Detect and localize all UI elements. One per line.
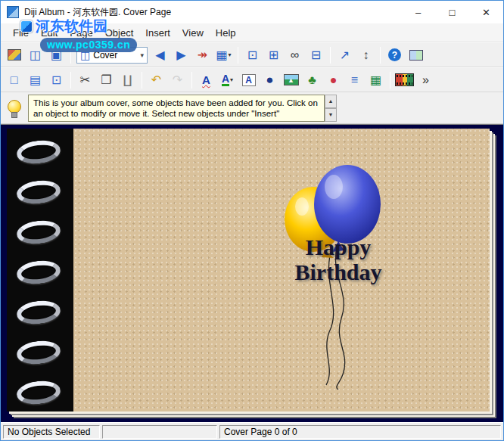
app-window: Diji Album - 河东软件园. Cover Page – □ ✕ 河东软… — [0, 0, 504, 441]
chevron-down-icon: ▾ — [230, 76, 233, 83]
album-preview-button[interactable]: ▣ — [46, 45, 67, 65]
zoom-slider-icon: ↕ — [363, 49, 369, 61]
page-sorter-button[interactable]: ▦▾ — [213, 45, 234, 65]
split-view-icon — [409, 50, 423, 61]
slideshow-button[interactable]: ⊡ — [242, 45, 263, 65]
app-icon — [7, 6, 19, 18]
menu-item-view[interactable]: View — [176, 24, 210, 42]
clipart-object-icon: ♣ — [308, 74, 316, 86]
menu-item-insert[interactable]: Insert — [139, 24, 176, 42]
balloon-highlight — [295, 197, 309, 216]
next-page-icon: ▶ — [176, 49, 185, 61]
tip-next-button[interactable]: ▼ — [325, 108, 337, 122]
menu-item-page[interactable]: Page — [64, 24, 98, 42]
status-page-info: Cover Page 0 of 0 — [219, 425, 501, 439]
spiral-ring — [15, 179, 61, 207]
next-page-button[interactable]: ▶ — [171, 45, 191, 65]
cover-paper[interactable]: Happy Birthday — [73, 129, 490, 411]
cut-button[interactable]: ✂ — [75, 70, 95, 90]
help-icon: ? — [388, 48, 401, 61]
album-wizard-button[interactable] — [4, 45, 24, 65]
font-color-button[interactable]: A▾ — [217, 70, 238, 90]
status-selection: No Objects Selected — [3, 425, 100, 439]
font-color-icon: A — [222, 73, 229, 86]
toolbar-separator — [191, 72, 192, 89]
image-object-icon: ▲ — [284, 74, 299, 85]
chevron-down-icon: ▾ — [140, 51, 144, 59]
tip-bar: This is your album cover, some objects h… — [1, 92, 503, 124]
undo-button[interactable]: ↶ — [146, 70, 166, 90]
delete-button[interactable]: ∐ — [117, 70, 138, 90]
open-album-icon: ◫ — [30, 49, 41, 61]
search-button[interactable]: ∞ — [285, 45, 305, 65]
toolbar-separator — [142, 72, 142, 89]
page-selector-combo[interactable]: ◫Cover▾ — [76, 47, 148, 64]
minimize-button[interactable]: – — [401, 1, 435, 23]
split-view-button[interactable] — [406, 45, 426, 65]
help-button[interactable]: ? — [384, 45, 405, 65]
previous-page-button[interactable]: ◀ — [150, 45, 170, 65]
copy-button[interactable]: ❐ — [96, 70, 117, 90]
shape-object-button[interactable]: ● — [323, 70, 344, 90]
page-sorter-icon: ▦ — [216, 49, 227, 61]
import-page-button[interactable]: ⊡ — [46, 70, 67, 90]
annotation-list-button[interactable]: ≡ — [344, 70, 365, 90]
spiral-ring — [15, 379, 61, 407]
menu-bar: FileEditPageObjectInsertViewHelp — [1, 23, 503, 42]
cover-title-text[interactable]: Happy Birthday — [217, 234, 459, 284]
toolbar-objects: □▤⊡✂❐∐↶↷AA▾A●▲♣●≡▦» — [1, 67, 503, 92]
redo-button[interactable]: ↷ — [167, 70, 188, 90]
cut-icon: ✂ — [80, 74, 90, 86]
toolbar-main: ◫▣◫Cover▾◀▶↠▦▾⊡⊞∞⊟↗↕? — [1, 42, 503, 67]
thumbnail-browser-icon: ⊞ — [269, 49, 278, 61]
spiral-ring — [15, 219, 61, 247]
image-finder-button[interactable]: ⊟ — [306, 45, 326, 65]
image-object-button[interactable]: ▲ — [281, 70, 301, 90]
text-object-icon: A — [242, 74, 256, 86]
menu-item-edit[interactable]: Edit — [35, 24, 64, 42]
new-page-button[interactable]: □ — [4, 70, 24, 90]
cover-title-line1: Happy — [217, 234, 459, 259]
table-object-button[interactable]: ▦ — [366, 70, 386, 90]
export-button[interactable]: ↗ — [334, 45, 355, 65]
image-finder-icon: ⊟ — [311, 49, 321, 61]
lightbulb-icon — [5, 98, 22, 118]
title-bar: Diji Album - 河东软件园. Cover Page – □ ✕ — [1, 1, 503, 23]
delete-icon: ∐ — [123, 74, 132, 86]
menu-item-help[interactable]: Help — [210, 24, 242, 42]
text-object-button[interactable]: A — [238, 70, 259, 90]
new-page-icon: □ — [11, 74, 18, 86]
more-tools-button[interactable]: » — [415, 70, 436, 90]
tip-text: This is your album cover, some objects h… — [28, 95, 325, 122]
open-album-button[interactable]: ◫ — [25, 45, 45, 65]
workspace: Happy Birthday — [1, 124, 503, 422]
goto-last-page-button[interactable]: ↠ — [192, 45, 213, 65]
album-wizard-icon — [8, 49, 21, 61]
media-clip-button[interactable] — [394, 70, 415, 90]
duplicate-page-icon: ▤ — [30, 74, 41, 86]
maximize-button[interactable]: □ — [435, 1, 469, 23]
goto-last-page-icon: ↠ — [198, 49, 207, 61]
font-icon: A — [202, 74, 210, 85]
ellipse-object-icon: ● — [266, 73, 273, 86]
toolbar-separator — [238, 47, 238, 64]
album-page[interactable]: Happy Birthday — [7, 129, 490, 411]
zoom-slider-button[interactable]: ↕ — [356, 45, 376, 65]
chevron-down-icon: ▾ — [229, 51, 232, 58]
toolbar-separator — [70, 72, 71, 89]
thumbnail-browser-button[interactable]: ⊞ — [263, 45, 284, 65]
shape-object-icon: ● — [330, 74, 338, 86]
book-icon: ◫ — [80, 49, 90, 61]
close-button[interactable]: ✕ — [469, 1, 503, 23]
tip-previous-button[interactable]: ▲ — [325, 95, 337, 108]
menu-item-file[interactable]: File — [7, 24, 35, 42]
toolbar-separator — [380, 47, 381, 64]
ellipse-object-button[interactable]: ● — [260, 70, 280, 90]
copy-icon: ❐ — [101, 74, 111, 86]
font-button[interactable]: A — [196, 70, 216, 90]
spiral-ring — [15, 259, 61, 287]
clipart-object-button[interactable]: ♣ — [302, 70, 322, 90]
table-object-icon: ▦ — [370, 74, 381, 86]
menu-item-object[interactable]: Object — [99, 24, 140, 42]
duplicate-page-button[interactable]: ▤ — [25, 70, 45, 90]
